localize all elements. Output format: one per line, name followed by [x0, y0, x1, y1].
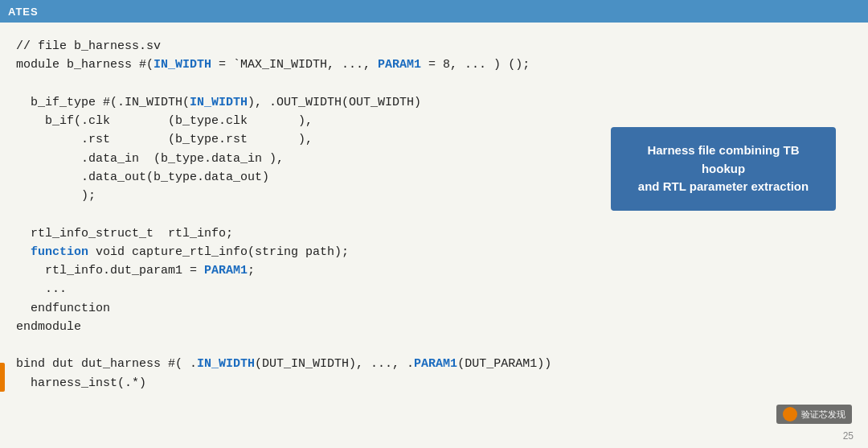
code-line-13: rtl_info.dut_param1 = PARAM1;	[16, 261, 852, 280]
top-bar-label: ATES	[8, 6, 39, 18]
code-line-11: rtl_info_struct_t rtl_info;	[16, 224, 852, 243]
code-area: // file b_harness.sv module b_harness #(…	[0, 23, 868, 448]
code-line-12: function void capture_rtl_info(string pa…	[16, 243, 852, 261]
code-line-15: endfunction	[16, 299, 852, 318]
tooltip-box: Harness file combining TB hookup and RTL…	[611, 127, 836, 211]
watermark-text: 验证芯发现	[801, 409, 845, 421]
code-line-16: endmodule	[16, 318, 852, 336]
watermark: 验证芯发现	[776, 405, 852, 424]
orange-accent-bar	[0, 363, 5, 392]
watermark-icon	[783, 407, 797, 421]
code-line-17	[16, 336, 852, 355]
code-line-14: ...	[16, 280, 852, 298]
slide-number: 25	[843, 430, 854, 442]
tooltip-line1: Harness file combining TB hookup	[647, 143, 799, 175]
code-line-1: // file b_harness.sv	[16, 37, 852, 55]
tooltip-line2: and RTL parameter extraction	[638, 179, 809, 193]
top-bar: ATES	[0, 0, 868, 23]
code-line-2: module b_harness #(IN_WIDTH = `MAX_IN_WI…	[16, 55, 852, 74]
code-line-4: b_if_type #(.IN_WIDTH(IN_WIDTH), .OUT_WI…	[16, 93, 852, 112]
code-line-3	[16, 75, 852, 93]
code-line-19: harness_inst(.*)	[16, 374, 852, 393]
code-line-18: bind dut dut_harness #( .IN_WIDTH(DUT_IN…	[16, 355, 852, 373]
